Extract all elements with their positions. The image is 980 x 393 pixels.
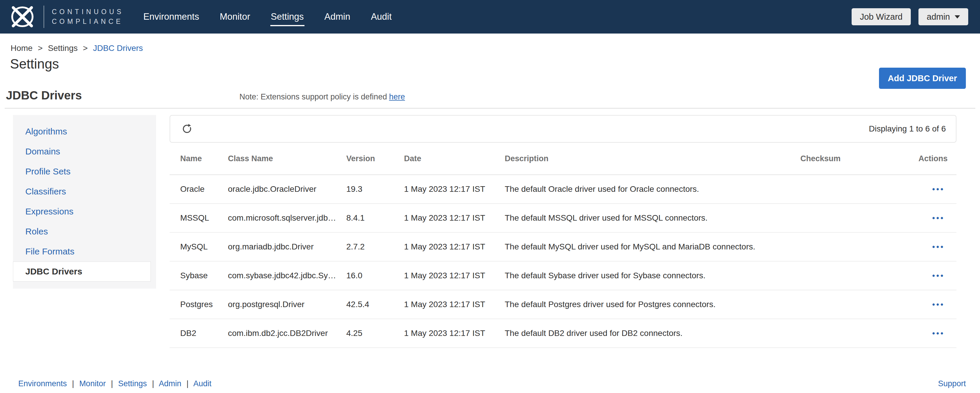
cell-class-name: com.sybase.jdbc42.jdbc.Syb… xyxy=(228,271,346,280)
cell-description: The default Oracle driver used for Oracl… xyxy=(505,184,800,194)
breadcrumb-separator: > xyxy=(83,44,88,53)
content-area: Algorithms Domains Profile Sets Classifi… xyxy=(0,115,980,348)
brand-line1: CONTINUOUS xyxy=(52,7,124,17)
row-actions-button[interactable]: ••• xyxy=(932,329,945,338)
cell-date: 1 May 2023 12:17 IST xyxy=(404,213,505,223)
breadcrumb: Home > Settings > JDBC Drivers xyxy=(11,44,980,53)
drivers-table: Name Class Name Version Date Description… xyxy=(170,143,956,348)
table-toolbar: Displaying 1 to 6 of 6 xyxy=(170,115,956,143)
cell-version: 42.5.4 xyxy=(346,300,404,309)
cell-date: 1 May 2023 12:17 IST xyxy=(404,271,505,280)
nav-item-admin[interactable]: Admin xyxy=(324,7,351,26)
footer-separator: | xyxy=(72,379,74,388)
main-nav: Environments Monitor Settings Admin Audi… xyxy=(143,7,392,26)
sidebar-item-expressions[interactable]: Expressions xyxy=(13,201,156,222)
table-row: Sybase com.sybase.jdbc42.jdbc.Syb… 16.0 … xyxy=(170,261,956,290)
table-row: Postgres org.postgresql.Driver 42.5.4 1 … xyxy=(170,290,956,319)
extensions-note-link[interactable]: here xyxy=(389,92,405,101)
sidebar-item-roles[interactable]: Roles xyxy=(13,222,156,241)
footer-links: Environments | Monitor | Settings | Admi… xyxy=(18,379,212,388)
page-title: Settings xyxy=(10,56,980,72)
row-actions-button[interactable]: ••• xyxy=(932,214,945,223)
footer-link-admin[interactable]: Admin xyxy=(159,379,181,388)
column-header-checksum: Checksum xyxy=(800,154,918,163)
top-navbar: CONTINUOUS COMPLIANCE Environments Monit… xyxy=(0,0,980,33)
page-footer: Environments | Monitor | Settings | Admi… xyxy=(18,379,966,388)
navbar-right: Job Wizard admin xyxy=(852,8,968,25)
cell-description: The default Sybase driver used for Sybas… xyxy=(505,271,800,280)
section-heading: JDBC Drivers xyxy=(6,89,82,102)
footer-link-environments[interactable]: Environments xyxy=(18,379,67,388)
cell-version: 2.7.2 xyxy=(346,242,404,252)
cell-description: The default MySQL driver used for MySQL … xyxy=(505,242,800,252)
settings-sidebar: Algorithms Domains Profile Sets Classifi… xyxy=(13,115,156,288)
nav-item-environments[interactable]: Environments xyxy=(143,7,200,26)
column-header-date: Date xyxy=(404,154,505,163)
footer-link-audit[interactable]: Audit xyxy=(193,379,212,388)
table-header: Name Class Name Version Date Description… xyxy=(170,143,956,175)
cell-version: 8.4.1 xyxy=(346,213,404,223)
delphix-logo[interactable] xyxy=(7,5,38,29)
column-header-actions: Actions xyxy=(918,154,956,163)
cell-date: 1 May 2023 12:17 IST xyxy=(404,329,505,338)
footer-link-settings[interactable]: Settings xyxy=(118,379,147,388)
cell-description: The default Postgres driver used for Pos… xyxy=(505,300,800,309)
user-menu-button[interactable]: admin xyxy=(918,8,968,25)
breadcrumb-item-home[interactable]: Home xyxy=(11,44,33,53)
drivers-panel: Displaying 1 to 6 of 6 Name Class Name V… xyxy=(170,115,956,348)
brand-text: CONTINUOUS COMPLIANCE xyxy=(52,7,124,27)
column-header-class-name: Class Name xyxy=(228,154,346,163)
footer-support-link[interactable]: Support xyxy=(938,379,966,388)
cell-class-name: org.postgresql.Driver xyxy=(228,300,346,309)
footer-link-monitor[interactable]: Monitor xyxy=(79,379,106,388)
brand-line2: COMPLIANCE xyxy=(52,17,124,27)
cell-date: 1 May 2023 12:17 IST xyxy=(404,242,505,252)
caret-down-icon xyxy=(955,15,960,19)
pagination-status: Displaying 1 to 6 of 6 xyxy=(869,124,946,133)
column-header-version: Version xyxy=(346,154,404,163)
refresh-button[interactable] xyxy=(180,122,194,136)
cell-date: 1 May 2023 12:17 IST xyxy=(404,300,505,309)
column-header-name: Name xyxy=(180,154,228,163)
cell-class-name: org.mariadb.jdbc.Driver xyxy=(228,242,346,252)
cell-name: MySQL xyxy=(180,242,228,252)
cell-name: Postgres xyxy=(180,300,228,309)
user-menu-label: admin xyxy=(927,12,950,22)
extensions-note: Note: Extensions support policy is defin… xyxy=(239,92,405,101)
sidebar-item-profile-sets[interactable]: Profile Sets xyxy=(13,162,156,182)
sidebar-item-classifiers[interactable]: Classifiers xyxy=(13,182,156,201)
row-actions-button[interactable]: ••• xyxy=(932,300,945,309)
table-row: Oracle oracle.jdbc.OracleDriver 19.3 1 M… xyxy=(170,175,956,204)
sidebar-item-jdbc-drivers[interactable]: JDBC Drivers xyxy=(13,261,151,282)
cell-date: 1 May 2023 12:17 IST xyxy=(404,184,505,194)
table-row: DB2 com.ibm.db2.jcc.DB2Driver 4.25 1 May… xyxy=(170,319,956,348)
footer-separator: | xyxy=(186,379,188,388)
breadcrumb-item-jdbc-drivers[interactable]: JDBC Drivers xyxy=(93,44,143,53)
sidebar-item-file-formats[interactable]: File Formats xyxy=(13,241,156,261)
sidebar-item-domains[interactable]: Domains xyxy=(13,141,156,162)
row-actions-button[interactable]: ••• xyxy=(932,271,945,280)
cell-name: DB2 xyxy=(180,329,228,338)
refresh-icon xyxy=(181,123,192,135)
cell-class-name: oracle.jdbc.OracleDriver xyxy=(228,184,346,194)
cell-name: MSSQL xyxy=(180,213,228,223)
cell-description: The default DB2 driver used for DB2 conn… xyxy=(505,329,800,338)
delphix-logo-icon xyxy=(7,5,38,29)
row-actions-button[interactable]: ••• xyxy=(932,185,945,194)
nav-item-monitor[interactable]: Monitor xyxy=(219,7,251,26)
nav-item-audit[interactable]: Audit xyxy=(370,7,392,26)
cell-version: 16.0 xyxy=(346,271,404,280)
column-header-description: Description xyxy=(505,154,800,163)
sidebar-item-algorithms[interactable]: Algorithms xyxy=(13,122,156,141)
section-divider xyxy=(5,108,975,109)
cell-version: 19.3 xyxy=(346,184,404,194)
table-row: MSSQL com.microsoft.sqlserver.jdbc… 8.4.… xyxy=(170,204,956,233)
nav-item-settings[interactable]: Settings xyxy=(270,7,304,26)
section-header: JDBC Drivers Note: Extensions support po… xyxy=(6,89,968,102)
row-actions-button[interactable]: ••• xyxy=(932,242,945,252)
breadcrumb-item-settings[interactable]: Settings xyxy=(48,44,78,53)
job-wizard-button[interactable]: Job Wizard xyxy=(852,8,911,25)
add-jdbc-driver-button[interactable]: Add JDBC Driver xyxy=(879,68,966,89)
extensions-note-text: Note: Extensions support policy is defin… xyxy=(239,92,387,101)
brand-divider xyxy=(44,6,44,28)
